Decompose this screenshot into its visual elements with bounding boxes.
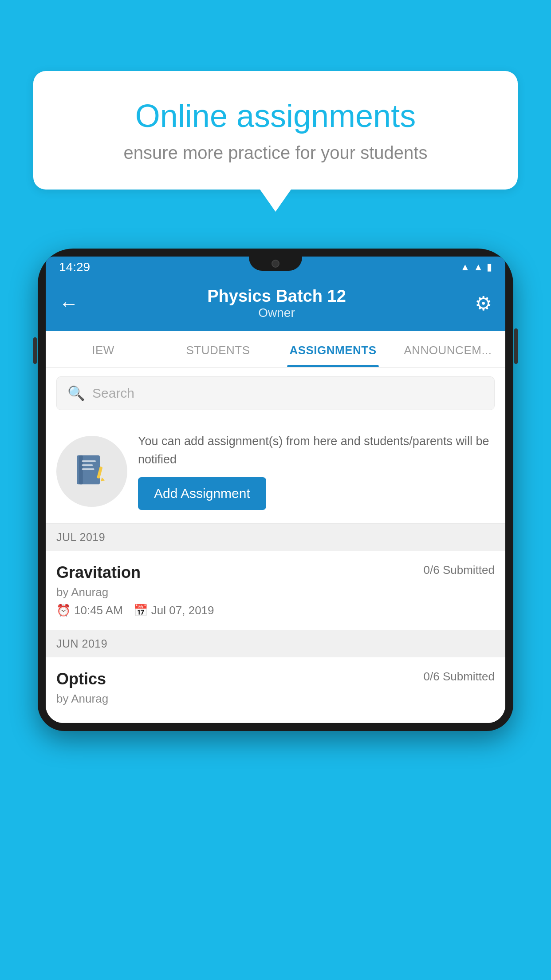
tab-assignments[interactable]: ASSIGNMENTS <box>276 331 390 367</box>
header-title: Physics Batch 12 <box>79 287 475 306</box>
speech-bubble: Online assignments ensure more practice … <box>33 71 518 190</box>
speech-bubble-container: Online assignments ensure more practice … <box>33 71 518 212</box>
assignment-meta: ⏰ 10:45 AM 📅 Jul 07, 2019 <box>56 604 495 617</box>
assignment-title-optics: Optics <box>56 670 106 688</box>
status-time: 14:29 <box>59 260 90 274</box>
battery-icon: ▮ <box>487 261 492 273</box>
svg-marker-6 <box>101 477 105 481</box>
month-header-jun: JUN 2019 <box>46 630 505 657</box>
promo-description: You can add assignment(s) from here and … <box>138 432 495 468</box>
meta-date: 📅 Jul 07, 2019 <box>134 604 214 617</box>
svg-rect-2 <box>82 460 96 462</box>
screen-inner: IEW STUDENTS ASSIGNMENTS ANNOUNCEM... 🔍 … <box>46 331 505 723</box>
assignment-submitted-optics: 0/6 Submitted <box>424 670 495 684</box>
meta-time: ⏰ 10:45 AM <box>56 604 123 617</box>
phone-wrapper: 14:29 ▲ ▲ ▮ ← Physics Batch 12 Owner ⚙ I… <box>38 249 513 980</box>
promo-text-area: You can add assignment(s) from here and … <box>138 432 495 510</box>
assignment-top-row: Gravitation 0/6 Submitted <box>56 563 495 582</box>
svg-rect-4 <box>82 468 94 470</box>
phone-notch <box>249 257 302 271</box>
search-icon: 🔍 <box>67 385 85 402</box>
assignment-item-optics[interactable]: Optics 0/6 Submitted by Anurag <box>46 657 505 723</box>
signal-icon: ▲ <box>473 261 483 273</box>
tab-students[interactable]: STUDENTS <box>161 331 276 367</box>
search-bar-container: 🔍 Search <box>46 368 505 419</box>
app-header: ← Physics Batch 12 Owner ⚙ <box>46 278 505 331</box>
search-placeholder: Search <box>92 386 134 401</box>
phone-side-button-left <box>33 337 37 364</box>
date-value: Jul 07, 2019 <box>151 604 214 617</box>
assignment-item-gravitation[interactable]: Gravitation 0/6 Submitted by Anurag ⏰ 10… <box>46 551 505 630</box>
tabs-container: IEW STUDENTS ASSIGNMENTS ANNOUNCEM... <box>46 331 505 368</box>
speech-bubble-arrow <box>260 190 291 212</box>
svg-rect-3 <box>82 464 93 466</box>
assignment-author: by Anurag <box>56 585 495 599</box>
header-subtitle: Owner <box>79 306 475 320</box>
phone-camera <box>272 260 279 268</box>
time-value: 10:45 AM <box>74 604 123 617</box>
calendar-icon: 📅 <box>134 604 148 617</box>
add-assignment-button[interactable]: Add Assignment <box>138 477 266 510</box>
search-bar[interactable]: 🔍 Search <box>56 376 495 410</box>
back-button[interactable]: ← <box>59 292 79 315</box>
month-header-jul: JUL 2019 <box>46 524 505 551</box>
settings-icon[interactable]: ⚙ <box>475 292 492 315</box>
phone-frame: 14:29 ▲ ▲ ▮ ← Physics Batch 12 Owner ⚙ I… <box>38 249 513 731</box>
wifi-icon: ▲ <box>460 261 470 273</box>
speech-bubble-title: Online assignments <box>64 98 487 134</box>
clock-icon: ⏰ <box>56 604 71 617</box>
tab-announcements[interactable]: ANNOUNCEM... <box>390 331 505 367</box>
assignment-submitted: 0/6 Submitted <box>424 563 495 577</box>
status-bar: 14:29 ▲ ▲ ▮ <box>46 257 505 278</box>
svg-rect-1 <box>79 455 83 484</box>
status-icons: ▲ ▲ ▮ <box>460 261 492 273</box>
notebook-icon <box>72 451 112 491</box>
speech-bubble-subtitle: ensure more practice for your students <box>64 143 487 163</box>
assignment-author-optics: by Anurag <box>56 692 495 706</box>
screen-content: 🔍 Search <box>46 368 505 723</box>
promo-icon-circle <box>56 436 127 507</box>
promo-section: You can add assignment(s) from here and … <box>46 419 505 524</box>
header-title-area: Physics Batch 12 Owner <box>79 287 475 320</box>
assignment-top-row-optics: Optics 0/6 Submitted <box>56 670 495 688</box>
assignment-title: Gravitation <box>56 563 141 582</box>
tab-iew[interactable]: IEW <box>46 331 161 367</box>
phone-side-button-right <box>514 328 518 364</box>
